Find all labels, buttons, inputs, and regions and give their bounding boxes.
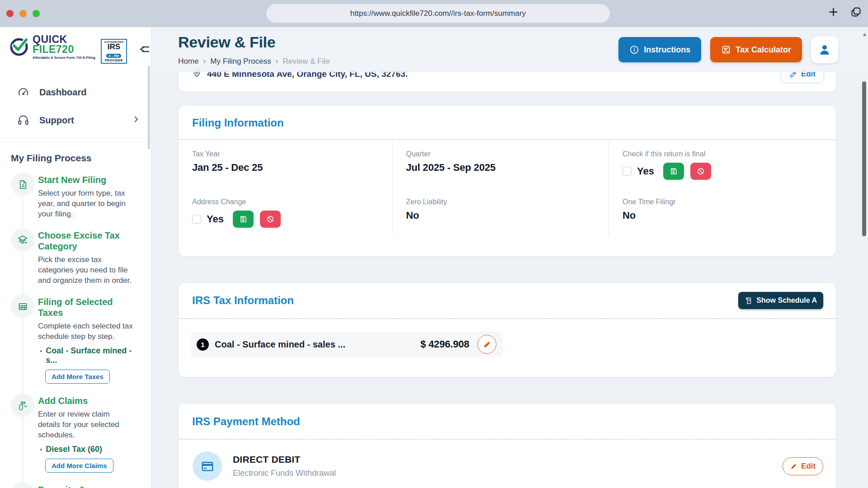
show-schedule-a-label: Show Schedule A: [756, 296, 817, 305]
step-add-claims[interactable]: Add Claims Enter or review claim details…: [0, 394, 151, 474]
breadcrumb-separator: ›: [203, 56, 206, 66]
quarter-label: Quarter: [406, 150, 599, 158]
scrollbar-up-arrow[interactable]: ▲: [862, 31, 868, 38]
window-controls: [6, 10, 40, 17]
step-description: Enter or review claim details for your s…: [38, 409, 133, 440]
edit-payment-method-button[interactable]: Edit: [783, 457, 823, 475]
tax-item-amount: $ 4296.908: [420, 338, 469, 350]
sidebar-item-dashboard[interactable]: Dashboard: [0, 78, 151, 106]
sidebar-scrollbar-thumb[interactable]: [148, 66, 150, 149]
browser-chrome: https://www.quickfile720.com//irs-tax-fo…: [0, 0, 868, 27]
zero-liability-field: Zero Liability No: [392, 188, 609, 236]
scrollbar-thumb[interactable]: [862, 81, 866, 236]
main-scrollbar[interactable]: ▲: [861, 27, 868, 488]
breadcrumb-my-filing-process[interactable]: My Filing Process: [210, 57, 271, 66]
final-return-checkbox[interactable]: [623, 167, 632, 176]
step-deposits-overpayments[interactable]: Deposits & Overpayments: [0, 483, 151, 488]
bullet-dot: •: [40, 347, 42, 355]
instructions-label: Instructions: [644, 45, 690, 55]
add-more-claims-button[interactable]: Add More Claims: [45, 459, 113, 473]
address-change-checkbox[interactable]: [192, 215, 201, 224]
final-return-save-button[interactable]: [663, 163, 684, 180]
sidebar-collapse-icon[interactable]: [139, 44, 151, 56]
step-description: Pick the excise tax categories you need …: [38, 254, 133, 286]
ban-icon: [266, 215, 274, 223]
claim-hand-icon: [17, 400, 28, 411]
address-change-field: Address Change Yes: [179, 188, 392, 236]
logo-text-quick: QUICK: [33, 34, 95, 44]
page-title: Review & File: [178, 33, 618, 51]
badge-irs-text: IRS: [102, 43, 126, 51]
one-time-filing-field: One Time Filingr No: [609, 188, 836, 236]
tax-item-name: Coal - Surface mined - sales ...: [215, 339, 420, 350]
selected-tax-label: Coal - Surface mined - s...: [46, 346, 133, 365]
calculator-icon: [721, 45, 731, 55]
save-icon: [670, 167, 678, 175]
filing-information-card: Filing Information Tax Year Jan 25 - Dec…: [178, 105, 836, 257]
tab-overview-icon[interactable]: [850, 6, 862, 18]
step-start-new-filing[interactable]: Start New Filing Select your form type, …: [0, 173, 151, 219]
step-title: Add Claims: [38, 395, 133, 406]
app-logo[interactable]: QUICK FILE720 Affordable & Secure Form 7…: [0, 27, 151, 64]
tax-item-row: 1 Coal - Surface mined - sales ... $ 429…: [190, 332, 503, 357]
tax-year-label: Tax Year: [192, 150, 383, 158]
address-bar[interactable]: https://www.quickfile720.com//irs-tax-fo…: [266, 4, 610, 23]
final-return-cancel-button[interactable]: [690, 163, 711, 180]
step-description: Select your form type, tax year, and qua…: [38, 188, 133, 219]
filing-information-title: Filing Information: [192, 117, 822, 129]
minimize-window-button[interactable]: [19, 10, 27, 17]
close-window-button[interactable]: [6, 10, 14, 17]
user-avatar-button[interactable]: [811, 36, 838, 63]
payment-method-name: DIRECT DEBIT: [233, 454, 783, 465]
table-icon: [18, 301, 28, 312]
irs-tax-information-title: IRS Tax Information: [192, 294, 738, 307]
tax-year-value: Jan 25 - Dec 25: [192, 162, 383, 174]
badge-provider-text: PROVIDER: [102, 59, 126, 62]
step-title: Deposits & Overpayments: [38, 484, 133, 488]
zoom-window-button[interactable]: [33, 10, 40, 17]
logo-text-file720: FILE720: [33, 44, 95, 54]
step-choose-excise-tax[interactable]: Choose Excise Tax Category Pick the exci…: [0, 228, 151, 286]
filing-process-steps: Start New Filing Select your form type, …: [0, 173, 151, 488]
show-schedule-a-button[interactable]: Show Schedule A: [738, 292, 823, 309]
step-title: Start New Filing: [38, 174, 133, 185]
irs-tax-information-card: IRS Tax Information Show Schedule A 1 Co…: [178, 282, 836, 377]
breadcrumb-home[interactable]: Home: [178, 57, 198, 66]
page-header: Review & File Home › My Filing Process ›…: [151, 27, 868, 72]
schedule-scroll-icon: [745, 297, 752, 305]
address-change-save-button[interactable]: [233, 211, 254, 228]
ban-icon: [697, 167, 705, 175]
edit-tax-item-button[interactable]: [477, 335, 496, 354]
tax-calculator-button[interactable]: Tax Calculator: [710, 37, 802, 62]
address-change-cancel-button[interactable]: [260, 211, 281, 228]
tax-item-number-badge: 1: [197, 338, 209, 351]
final-return-field: Check if this return is final Yes: [609, 140, 836, 188]
tax-year-field: Tax Year Jan 25 - Dec 25: [179, 140, 392, 188]
edit-pen-icon: [790, 463, 797, 470]
selected-tax-item[interactable]: • Coal - Surface mined - s...: [38, 346, 133, 365]
badge-efile-text: e - file: [106, 54, 121, 58]
sidebar-item-label: Support: [39, 115, 132, 126]
dashboard-icon: [17, 86, 29, 99]
info-icon: [629, 45, 639, 55]
selected-claim-label: Diesel Tax (60): [46, 445, 102, 454]
main-content: 440 E Minnesota Ave, Orange City, FL, US…: [151, 27, 868, 488]
one-time-filing-label: One Time Filingr: [623, 198, 827, 206]
sidebar-item-support[interactable]: Support: [0, 106, 151, 134]
quarter-value: Jul 2025 - Sep 2025: [406, 162, 599, 174]
one-time-filing-value: No: [623, 210, 827, 221]
address-change-label: Address Change: [192, 198, 383, 206]
irs-payment-method-title: IRS Payment Method: [192, 415, 822, 428]
zero-liability-label: Zero Liability: [406, 198, 599, 206]
step-filing-selected-taxes[interactable]: Filing of Selected Taxes Complete each s…: [0, 295, 151, 385]
sidebar-divider: [0, 141, 151, 142]
new-tab-icon[interactable]: [828, 7, 839, 17]
instructions-button[interactable]: Instructions: [618, 37, 701, 62]
url-text: https://www.quickfile720.com//irs-tax-fo…: [350, 9, 526, 18]
selected-claim-item[interactable]: • Diesel Tax (60): [38, 445, 133, 454]
add-more-taxes-button[interactable]: Add More Taxes: [45, 370, 110, 384]
final-return-yes-label: Yes: [637, 165, 654, 177]
zero-liability-value: No: [406, 210, 599, 221]
sidebar: QUICK FILE720 Affordable & Secure Form 7…: [0, 27, 151, 488]
save-icon: [239, 215, 247, 223]
